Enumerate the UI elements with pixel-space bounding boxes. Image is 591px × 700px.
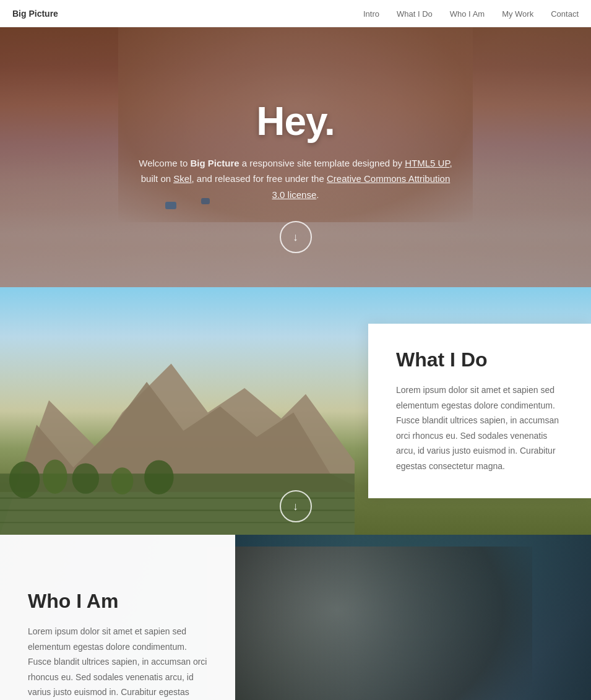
nav-link-who[interactable]: Who I Am xyxy=(450,9,485,19)
nav-link-what[interactable]: What I Do xyxy=(397,9,433,19)
nav-links: Intro What I Do Who I Am My Work Contact xyxy=(363,8,579,19)
arrow-down-icon xyxy=(293,231,298,244)
what-section: What I Do Lorem ipsum dolor sit amet et … xyxy=(0,287,591,535)
nav-brand[interactable]: Big Picture xyxy=(12,9,58,19)
what-body: Lorem ipsum dolor sit amet et sapien sed… xyxy=(396,382,563,473)
hero-brand-name: Big Picture xyxy=(190,158,239,168)
hero-subtitle: Welcome to Big Picture a responsive site… xyxy=(135,155,457,203)
hero-content: Hey. Welcome to Big Picture a responsive… xyxy=(85,98,506,254)
svg-point-11 xyxy=(111,467,134,494)
who-card: Who I Am Lorem ipsum dolor sit amet et s… xyxy=(0,535,235,700)
hero-title: Hey. xyxy=(135,98,457,144)
nav-link-contact[interactable]: Contact xyxy=(551,9,579,19)
skel-link[interactable]: Skel xyxy=(173,173,191,184)
svg-point-8 xyxy=(9,461,40,498)
svg-point-12 xyxy=(144,460,173,494)
html5up-link[interactable]: HTML5 UP xyxy=(405,158,449,168)
what-scroll-button[interactable] xyxy=(280,490,312,522)
navbar: Big Picture Intro What I Do Who I Am My … xyxy=(0,0,591,27)
license-link[interactable]: Creative Commons Attribution 3.0 license xyxy=(272,173,451,200)
what-card: What I Do Lorem ipsum dolor sit amet et … xyxy=(368,324,591,498)
who-body: Lorem ipsum dolor sit amet et sapien sed… xyxy=(28,624,207,700)
what-title: What I Do xyxy=(396,348,563,371)
hero-section: Hey. Welcome to Big Picture a responsive… xyxy=(0,27,591,287)
nav-link-work[interactable]: My Work xyxy=(502,9,533,19)
hero-scroll-button[interactable] xyxy=(280,221,312,253)
who-section: Who I Am Lorem ipsum dolor sit amet et s… xyxy=(0,535,591,700)
svg-point-10 xyxy=(72,463,99,493)
nav-link-intro[interactable]: Intro xyxy=(363,9,379,19)
arrow-down-icon-2 xyxy=(293,500,298,513)
svg-point-9 xyxy=(43,459,67,493)
who-title: Who I Am xyxy=(28,590,207,613)
